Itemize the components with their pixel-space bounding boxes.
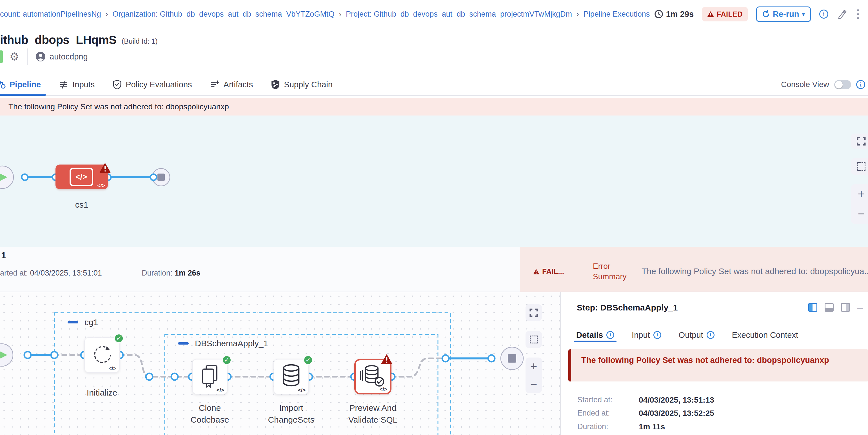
rerun-label: Re-run (773, 9, 799, 19)
code-glyph: </> (298, 387, 306, 393)
pipeline-title: ithub_dbops_LHqmS (0, 33, 117, 47)
status-badge-label: FAILED (717, 10, 743, 18)
collapse-group-button[interactable] (178, 342, 189, 345)
execution-header: ithub_dbops_LHqmS (Build Id: 1) (0, 28, 868, 47)
panel-tab-output[interactable]: Output i (679, 328, 714, 342)
minimize-panel-button[interactable]: – (857, 305, 863, 310)
panel-tab-input[interactable]: Input i (632, 328, 661, 342)
clone-codebase-icon (193, 362, 227, 390)
tab-artifacts-label: Artifacts (224, 80, 253, 89)
info-icon[interactable]: i (653, 331, 661, 339)
right-view-button[interactable] (841, 303, 850, 312)
tab-policy-evaluations-label: Policy Evaluations (126, 80, 192, 89)
tab-pipeline[interactable]: Pipeline (0, 74, 42, 95)
error-summary-label: Error Summary (593, 261, 627, 282)
stage-duration: Duration: 1m 26s (142, 269, 200, 278)
console-view-toggle[interactable] (834, 80, 851, 89)
tab-artifacts[interactable]: Artifacts (209, 74, 254, 95)
split-view-button[interactable] (808, 303, 817, 312)
marquee-select-button[interactable] (526, 331, 542, 348)
info-icon[interactable]: i (607, 331, 614, 339)
console-view-label: Console View (781, 80, 829, 89)
info-icon[interactable]: i (819, 9, 828, 19)
tab-inputs-label: Inputs (72, 80, 95, 89)
panel-tab-execution-context-label: Execution Context (732, 331, 798, 340)
database-validate-icon (356, 363, 390, 390)
stage-node-label: cs1 (56, 200, 108, 210)
step-label-preview-validate-sql: Preview AndValidate SQL (343, 402, 403, 426)
group-cg1-label: cg1 (85, 317, 98, 327)
tab-bar: Pipeline Inputs Policy Evaluations Artif… (0, 74, 868, 96)
stage-name: 1 (1, 250, 6, 260)
panel-layout-controls: – (808, 303, 863, 312)
panel-tab-input-label: Input (632, 331, 650, 340)
pipeline-stage-graph: </> </> cs1 + − (0, 116, 868, 247)
console-info-icon[interactable]: i (856, 80, 865, 89)
fullscreen-button[interactable] (526, 304, 542, 321)
step-error-message: The following Policy Set was not adhered… (581, 355, 829, 365)
initialize-icon (85, 341, 119, 369)
top-actions: 1m 29s FAILED Re-run ▾ i (654, 6, 860, 22)
zoom-in-button[interactable]: + (530, 361, 537, 372)
step-node-clone-codebase[interactable]: </> (192, 359, 227, 395)
code-glyph: </> (97, 183, 105, 189)
refresh-icon (762, 10, 770, 18)
tab-policy-evaluations[interactable]: Policy Evaluations (112, 74, 193, 95)
shield-network-icon (271, 80, 280, 89)
success-check-icon: ✓ (222, 355, 232, 365)
edit-pencil-icon[interactable] (837, 9, 847, 20)
detail-row-started: Started at:04/03/2025, 13:51:13 (577, 396, 613, 404)
bottom-view-button[interactable] (825, 303, 834, 312)
zoom-out-button[interactable]: − (858, 208, 865, 220)
collapse-group-button[interactable] (68, 321, 78, 323)
fullscreen-button[interactable] (851, 133, 868, 149)
detail-row-duration: Duration:1m 11s (577, 422, 608, 431)
tab-inputs[interactable]: Inputs (58, 74, 96, 95)
breadcrumb-organization[interactable]: Organization: Github_db_devops_aut_db_sc… (112, 10, 334, 19)
panel-tab-details-label: Details (576, 331, 603, 340)
panel-tab-output-label: Output (679, 331, 703, 340)
list-plus-icon (210, 80, 220, 89)
breadcrumb-pipeline-executions[interactable]: Pipeline Executions (584, 10, 650, 19)
pipeline-icon (0, 80, 6, 89)
marquee-select-button[interactable] (851, 158, 868, 175)
tab-supply-chain[interactable]: Supply Chain (270, 74, 334, 95)
panel-tab-execution-context[interactable]: Execution Context (732, 328, 798, 342)
stage-fail-label: FAIL... (542, 267, 564, 276)
gear-icon[interactable]: ⚙ (9, 51, 19, 63)
group-cg1-header: cg1 (68, 317, 98, 327)
info-icon[interactable]: i (707, 331, 714, 339)
shield-check-icon (113, 80, 122, 89)
step-panel-title: Step: DBSchemaApply_1 (577, 303, 678, 312)
step-label-initialize: Initialize (84, 387, 120, 399)
step-details-panel: Step: DBSchemaApply_1 – Details i Input … (560, 292, 868, 435)
step-label-clone-codebase: CloneCodebase (184, 402, 236, 426)
error-summary-text: The following Policy Set was not adhered… (642, 267, 868, 276)
zoom-in-button[interactable]: + (858, 188, 865, 200)
rerun-button[interactable]: Re-run ▾ (756, 6, 811, 22)
panel-tab-details[interactable]: Details i (576, 328, 614, 342)
top-bar: count: automationPipelinesNg › Organizat… (0, 0, 868, 28)
breadcrumb-project[interactable]: Project: Github_db_devops_aut_db_schema_… (346, 10, 572, 19)
user-avatar-icon (35, 52, 45, 62)
panel-tab-bar: Details i Input i Output i Execution Con… (576, 328, 868, 342)
warning-icon (533, 269, 539, 274)
group-dbschemaapply-label: DBSchemaApply_1 (195, 339, 268, 348)
inputs-icon (59, 80, 68, 89)
more-options-menu-icon[interactable] (856, 8, 860, 20)
zoom-out-button[interactable]: − (530, 378, 537, 390)
step-execution-graph: cg1 DBSchemaApply_1 </> ✓ Initialize </>… (0, 292, 560, 435)
custom-stage-icon: </> (69, 168, 93, 186)
clock-icon (654, 9, 663, 19)
database-icon (274, 362, 308, 390)
stage-started-at: arted at: 04/03/2025, 13:51:01 (0, 269, 102, 278)
breadcrumb-account[interactable]: count: automationPipelinesNg (0, 10, 101, 19)
step-error-message-box: The following Policy Set was not adhered… (568, 349, 868, 381)
breadcrumb: count: automationPipelinesNg › Organizat… (0, 10, 650, 19)
step-node-import-changesets[interactable]: </> (274, 359, 309, 395)
step-node-initialize[interactable]: </> (84, 337, 120, 373)
code-glyph: </> (380, 386, 387, 393)
status-badge: FAILED (702, 7, 748, 22)
execution-meta: ⚙ autocdpng (0, 47, 868, 66)
step-error-badge-icon (381, 353, 393, 365)
